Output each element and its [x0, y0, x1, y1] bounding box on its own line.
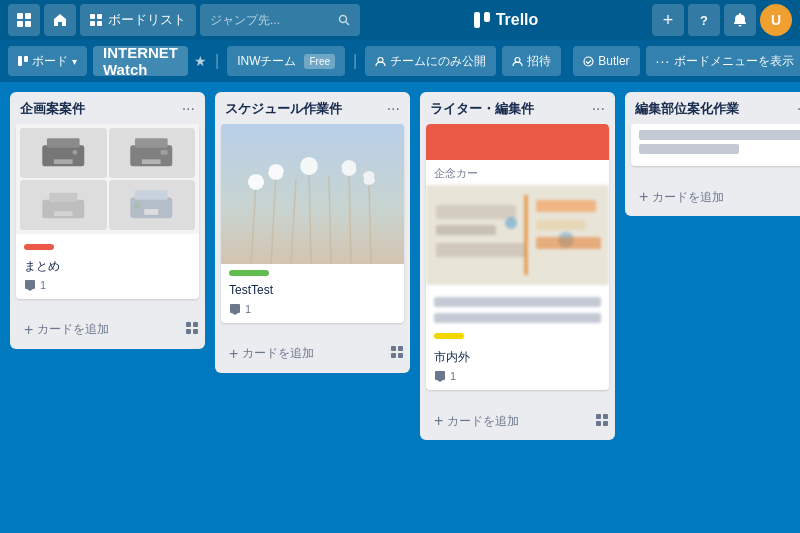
board-type-button[interactable]: ボード ▾ — [8, 46, 87, 76]
column-2-add-card[interactable]: + カードを追加 — [221, 339, 390, 369]
avatar-initial: U — [771, 12, 781, 28]
column-4-header: 編集部位案化作業 ··· — [625, 92, 800, 124]
svg-rect-19 — [54, 159, 73, 164]
card-c1-comments: 1 — [40, 279, 46, 291]
column-3-menu[interactable]: ··· — [592, 101, 605, 117]
svg-rect-22 — [135, 138, 168, 147]
svg-point-31 — [134, 202, 141, 209]
info-button[interactable]: ? — [688, 4, 720, 36]
card-c3-subtitle: 企念カー — [434, 166, 601, 181]
board-title: INTERNET Watch — [93, 46, 188, 76]
card-c3-comments: 1 — [450, 370, 456, 382]
svg-rect-27 — [54, 211, 73, 216]
column-2-menu[interactable]: ··· — [387, 101, 400, 117]
column-1-template-btn[interactable] — [185, 321, 199, 338]
app-name: Trello — [496, 11, 539, 29]
printer-cell-4 — [109, 180, 196, 230]
svg-rect-23 — [142, 159, 161, 164]
card-c3-red-bar — [426, 124, 609, 160]
svg-rect-7 — [97, 21, 102, 26]
board-menu-label: ボードメニューを表示 — [674, 53, 794, 70]
svg-rect-11 — [484, 12, 490, 22]
card-c4[interactable] — [631, 124, 800, 166]
card-c1-title: まとめ — [24, 258, 191, 275]
column-3-title: ライター・編集件 — [430, 100, 534, 118]
svg-rect-6 — [90, 21, 95, 26]
free-badge: Free — [304, 54, 335, 69]
svg-rect-33 — [193, 322, 198, 327]
svg-rect-29 — [135, 190, 168, 199]
card-c3-spacer — [434, 289, 601, 297]
card-c2-label — [229, 270, 269, 276]
printer-cell-2 — [109, 128, 196, 178]
notifications-button[interactable] — [724, 4, 756, 36]
svg-rect-32 — [186, 322, 191, 327]
board-type-label: ボード — [32, 53, 68, 70]
home-button[interactable] — [44, 4, 76, 36]
butler-button[interactable]: Butler — [573, 46, 639, 76]
jump-label: ジャンプ先... — [210, 12, 280, 29]
star-button[interactable]: ★ — [194, 53, 207, 69]
card-c3-blurred-content — [434, 297, 601, 323]
svg-rect-34 — [186, 329, 191, 334]
svg-rect-36 — [221, 124, 404, 264]
column-3-header: ライター・編集件 ··· — [420, 92, 615, 124]
team-button[interactable]: INWチーム Free — [227, 46, 345, 76]
card-c2-comments: 1 — [245, 303, 251, 315]
svg-rect-73 — [398, 353, 403, 358]
svg-rect-26 — [49, 192, 77, 201]
column-2-template-btn[interactable] — [390, 345, 404, 362]
add-button[interactable]: + — [652, 4, 684, 36]
column-1-header: 企画案案件 ··· — [10, 92, 205, 124]
printer-image-grid — [16, 124, 199, 234]
svg-rect-71 — [398, 346, 403, 351]
jump-search[interactable]: ジャンプ先... — [200, 4, 360, 36]
top-navbar: ボードリスト ジャンプ先... Trello + ? U — [0, 0, 800, 40]
svg-rect-12 — [18, 56, 22, 66]
nav-right-actions: + ? U — [652, 4, 792, 36]
card-c2[interactable]: TestTest 1 — [221, 124, 404, 323]
svg-point-16 — [584, 57, 593, 66]
board-list-button[interactable]: ボードリスト — [80, 4, 196, 36]
column-1-title: 企画案案件 — [20, 100, 85, 118]
column-3-add-card[interactable]: + カードを追加 — [426, 406, 595, 436]
column-1: 企画案案件 ··· — [10, 92, 205, 349]
board-header: ボード ▾ INTERNET Watch ★ | INWチーム Free | チ… — [0, 40, 800, 82]
butler-label: Butler — [598, 54, 629, 68]
column-4-menu[interactable]: ··· — [797, 101, 800, 117]
invite-button[interactable]: 招待 — [502, 46, 561, 76]
card-c3[interactable]: 企念カー — [426, 124, 609, 390]
column-3-template-btn[interactable] — [595, 413, 609, 430]
svg-rect-77 — [436, 243, 526, 257]
column-2-title: スケジュール作業件 — [225, 100, 342, 118]
svg-point-20 — [73, 150, 78, 155]
board-menu-button[interactable]: ··· ボードメニューを表示 — [646, 46, 800, 76]
column-3-cards: 企念カー — [420, 124, 615, 402]
column-1-add-card[interactable]: + カードを追加 — [16, 315, 185, 345]
column-1-menu[interactable]: ··· — [182, 101, 195, 117]
column-2-cards: TestTest 1 — [215, 124, 410, 335]
grid-icon-button[interactable] — [8, 4, 40, 36]
svg-rect-5 — [97, 14, 102, 19]
board-content: 企画案案件 ··· — [0, 82, 800, 533]
column-4: 編集部位案化作業 ··· + カードを追加 — [625, 92, 800, 216]
visibility-button[interactable]: チームにのみ公開 — [365, 46, 496, 76]
column-4-footer: + カードを追加 — [625, 178, 800, 216]
svg-rect-13 — [24, 56, 28, 62]
column-4-add-card[interactable]: + カードを追加 — [631, 182, 800, 212]
card-c2-title: TestTest — [229, 282, 396, 299]
svg-rect-70 — [391, 346, 396, 351]
app-logo: Trello — [364, 11, 648, 29]
svg-rect-18 — [47, 138, 80, 147]
card-c1-body: まとめ 1 — [16, 234, 199, 299]
user-avatar[interactable]: U — [760, 4, 792, 36]
visibility-label: チームにのみ公開 — [390, 53, 486, 70]
card-c4-line1 — [639, 130, 800, 140]
svg-point-80 — [505, 217, 517, 229]
card-c1[interactable]: まとめ 1 — [16, 124, 199, 299]
svg-rect-86 — [603, 414, 608, 419]
column-2-header: スケジュール作業件 ··· — [215, 92, 410, 124]
svg-rect-3 — [25, 21, 31, 27]
card-c4-body — [631, 124, 800, 166]
svg-rect-30 — [145, 209, 159, 215]
